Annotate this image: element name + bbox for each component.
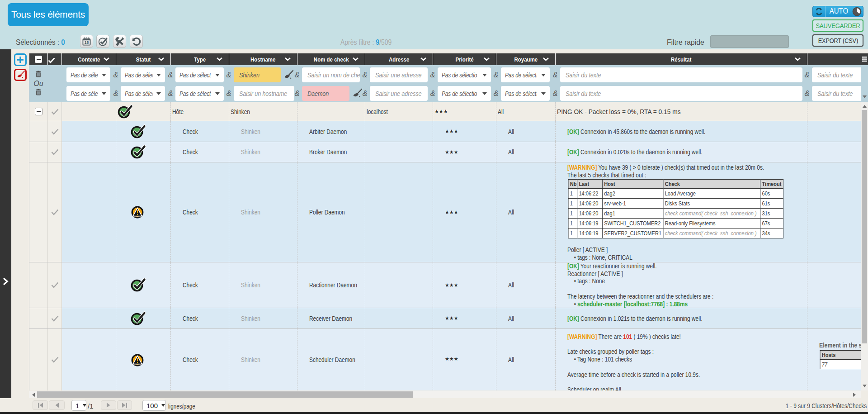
- svg-text:15: 15: [85, 40, 89, 45]
